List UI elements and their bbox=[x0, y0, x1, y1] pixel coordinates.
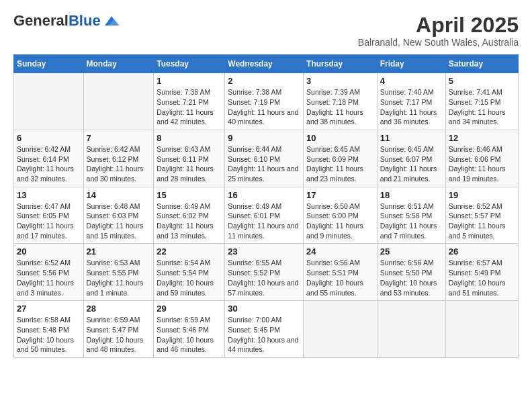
week-row-2: 6Sunrise: 6:42 AMSunset: 6:14 PMDaylight… bbox=[14, 130, 519, 187]
day-cell: 14Sunrise: 6:48 AMSunset: 6:03 PMDayligh… bbox=[83, 187, 154, 244]
header-day-friday: Friday bbox=[377, 55, 445, 73]
day-cell bbox=[14, 73, 84, 130]
day-cell: 5Sunrise: 7:41 AMSunset: 7:15 PMDaylight… bbox=[445, 73, 518, 130]
day-cell: 6Sunrise: 6:42 AMSunset: 6:14 PMDaylight… bbox=[14, 130, 84, 187]
day-cell: 10Sunrise: 6:45 AMSunset: 6:09 PMDayligh… bbox=[304, 130, 378, 187]
day-detail: Sunrise: 6:42 AMSunset: 6:14 PMDaylight:… bbox=[17, 144, 81, 184]
day-detail: Sunrise: 6:58 AMSunset: 5:48 PMDaylight:… bbox=[17, 315, 81, 355]
title-block: April 2025 Balranald, New South Wales, A… bbox=[358, 13, 519, 48]
day-detail: Sunrise: 6:49 AMSunset: 6:01 PMDaylight:… bbox=[228, 201, 300, 241]
day-number: 27 bbox=[17, 304, 81, 314]
day-cell: 13Sunrise: 6:47 AMSunset: 6:05 PMDayligh… bbox=[14, 187, 84, 244]
header-day-monday: Monday bbox=[83, 55, 154, 73]
logo-blue: Blue bbox=[69, 12, 101, 29]
day-detail: Sunrise: 7:40 AMSunset: 7:17 PMDaylight:… bbox=[380, 87, 443, 127]
day-detail: Sunrise: 6:56 AMSunset: 5:51 PMDaylight:… bbox=[306, 258, 374, 298]
day-detail: Sunrise: 6:42 AMSunset: 6:12 PMDaylight:… bbox=[87, 144, 151, 184]
day-detail: Sunrise: 7:00 AMSunset: 5:45 PMDaylight:… bbox=[228, 315, 300, 355]
day-cell: 16Sunrise: 6:49 AMSunset: 6:01 PMDayligh… bbox=[225, 187, 304, 244]
day-number: 15 bbox=[157, 190, 222, 200]
day-number: 24 bbox=[306, 246, 374, 257]
day-cell: 1Sunrise: 7:38 AMSunset: 7:21 PMDaylight… bbox=[154, 73, 225, 130]
day-cell: 11Sunrise: 6:45 AMSunset: 6:07 PMDayligh… bbox=[377, 130, 445, 187]
day-cell bbox=[83, 73, 154, 130]
day-number: 30 bbox=[228, 304, 300, 314]
day-cell: 9Sunrise: 6:44 AMSunset: 6:10 PMDaylight… bbox=[225, 130, 304, 187]
day-number: 17 bbox=[306, 190, 374, 200]
day-detail: Sunrise: 7:38 AMSunset: 7:19 PMDaylight:… bbox=[228, 87, 300, 127]
day-number: 3 bbox=[306, 76, 374, 86]
day-detail: Sunrise: 6:55 AMSunset: 5:52 PMDaylight:… bbox=[228, 258, 300, 298]
day-number: 13 bbox=[17, 190, 81, 200]
day-cell: 20Sunrise: 6:52 AMSunset: 5:56 PMDayligh… bbox=[14, 244, 84, 301]
day-detail: Sunrise: 6:47 AMSunset: 6:05 PMDaylight:… bbox=[17, 201, 81, 241]
day-number: 4 bbox=[380, 76, 443, 86]
day-detail: Sunrise: 7:38 AMSunset: 7:21 PMDaylight:… bbox=[157, 87, 222, 127]
week-row-3: 13Sunrise: 6:47 AMSunset: 6:05 PMDayligh… bbox=[14, 187, 519, 244]
day-detail: Sunrise: 6:51 AMSunset: 5:58 PMDaylight:… bbox=[380, 201, 443, 241]
day-number: 2 bbox=[228, 76, 300, 86]
day-cell: 24Sunrise: 6:56 AMSunset: 5:51 PMDayligh… bbox=[304, 244, 378, 301]
day-detail: Sunrise: 6:52 AMSunset: 5:56 PMDaylight:… bbox=[17, 258, 81, 298]
week-row-1: 1Sunrise: 7:38 AMSunset: 7:21 PMDaylight… bbox=[14, 73, 519, 130]
header-day-sunday: Sunday bbox=[14, 55, 84, 73]
day-number: 16 bbox=[228, 190, 300, 200]
logo-icon bbox=[102, 13, 121, 28]
day-cell: 30Sunrise: 7:00 AMSunset: 5:45 PMDayligh… bbox=[225, 301, 304, 358]
day-number: 5 bbox=[449, 76, 515, 86]
day-number: 11 bbox=[380, 133, 443, 143]
day-cell: 8Sunrise: 6:43 AMSunset: 6:11 PMDaylight… bbox=[154, 130, 225, 187]
day-detail: Sunrise: 6:59 AMSunset: 5:46 PMDaylight:… bbox=[157, 315, 222, 355]
day-detail: Sunrise: 6:52 AMSunset: 5:57 PMDaylight:… bbox=[449, 201, 515, 241]
day-cell: 3Sunrise: 7:39 AMSunset: 7:18 PMDaylight… bbox=[304, 73, 378, 130]
day-detail: Sunrise: 6:56 AMSunset: 5:50 PMDaylight:… bbox=[380, 258, 443, 298]
day-cell bbox=[304, 301, 378, 358]
week-row-4: 20Sunrise: 6:52 AMSunset: 5:56 PMDayligh… bbox=[14, 244, 519, 301]
day-number: 29 bbox=[157, 304, 222, 314]
month-title: April 2025 bbox=[358, 13, 519, 37]
calendar-table: SundayMondayTuesdayWednesdayThursdayFrid… bbox=[13, 54, 519, 358]
day-number: 26 bbox=[449, 246, 515, 257]
day-detail: Sunrise: 6:46 AMSunset: 6:06 PMDaylight:… bbox=[449, 144, 515, 184]
header-day-wednesday: Wednesday bbox=[225, 55, 304, 73]
day-detail: Sunrise: 7:39 AMSunset: 7:18 PMDaylight:… bbox=[306, 87, 374, 127]
day-detail: Sunrise: 6:53 AMSunset: 5:55 PMDaylight:… bbox=[87, 258, 151, 298]
day-detail: Sunrise: 6:49 AMSunset: 6:02 PMDaylight:… bbox=[157, 201, 222, 241]
day-cell: 21Sunrise: 6:53 AMSunset: 5:55 PMDayligh… bbox=[83, 244, 154, 301]
day-cell: 22Sunrise: 6:54 AMSunset: 5:54 PMDayligh… bbox=[154, 244, 225, 301]
day-number: 1 bbox=[157, 76, 222, 86]
day-detail: Sunrise: 6:43 AMSunset: 6:11 PMDaylight:… bbox=[157, 144, 222, 184]
day-number: 20 bbox=[17, 246, 81, 257]
day-detail: Sunrise: 7:41 AMSunset: 7:15 PMDaylight:… bbox=[449, 87, 515, 127]
day-cell: 23Sunrise: 6:55 AMSunset: 5:52 PMDayligh… bbox=[225, 244, 304, 301]
day-cell: 26Sunrise: 6:57 AMSunset: 5:49 PMDayligh… bbox=[445, 244, 518, 301]
day-number: 22 bbox=[157, 246, 222, 257]
day-cell: 12Sunrise: 6:46 AMSunset: 6:06 PMDayligh… bbox=[445, 130, 518, 187]
day-number: 10 bbox=[306, 133, 374, 143]
day-detail: Sunrise: 6:44 AMSunset: 6:10 PMDaylight:… bbox=[228, 144, 300, 184]
day-detail: Sunrise: 6:45 AMSunset: 6:07 PMDaylight:… bbox=[380, 144, 443, 184]
day-detail: Sunrise: 6:48 AMSunset: 6:03 PMDaylight:… bbox=[87, 201, 151, 241]
day-cell bbox=[445, 301, 518, 358]
day-cell: 29Sunrise: 6:59 AMSunset: 5:46 PMDayligh… bbox=[154, 301, 225, 358]
day-number: 6 bbox=[17, 133, 81, 143]
day-cell: 25Sunrise: 6:56 AMSunset: 5:50 PMDayligh… bbox=[377, 244, 445, 301]
day-number: 25 bbox=[380, 246, 443, 257]
page-header: GeneralBlue April 2025 Balranald, New So… bbox=[13, 13, 519, 48]
day-cell: 4Sunrise: 7:40 AMSunset: 7:17 PMDaylight… bbox=[377, 73, 445, 130]
day-cell: 2Sunrise: 7:38 AMSunset: 7:19 PMDaylight… bbox=[225, 73, 304, 130]
day-number: 18 bbox=[380, 190, 443, 200]
day-number: 9 bbox=[228, 133, 300, 143]
location: Balranald, New South Wales, Australia bbox=[358, 37, 519, 48]
day-number: 14 bbox=[87, 190, 151, 200]
day-number: 21 bbox=[87, 246, 151, 257]
day-number: 23 bbox=[228, 246, 300, 257]
day-cell: 19Sunrise: 6:52 AMSunset: 5:57 PMDayligh… bbox=[445, 187, 518, 244]
header-day-tuesday: Tuesday bbox=[154, 55, 225, 73]
day-number: 8 bbox=[157, 133, 222, 143]
header-day-saturday: Saturday bbox=[445, 55, 518, 73]
day-detail: Sunrise: 6:57 AMSunset: 5:49 PMDaylight:… bbox=[449, 258, 515, 298]
day-detail: Sunrise: 6:54 AMSunset: 5:54 PMDaylight:… bbox=[157, 258, 222, 298]
day-cell: 27Sunrise: 6:58 AMSunset: 5:48 PMDayligh… bbox=[14, 301, 84, 358]
day-number: 7 bbox=[87, 133, 151, 143]
